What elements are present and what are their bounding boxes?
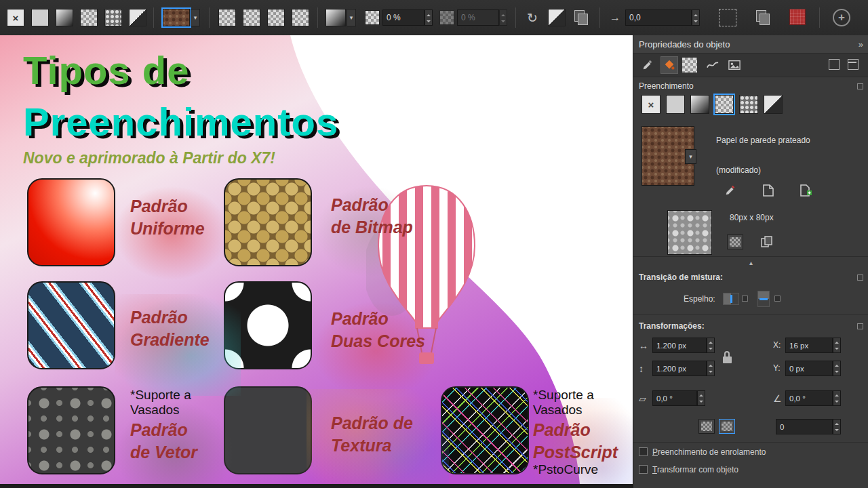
x-offset-spinner[interactable]: [833, 338, 841, 353]
panel-bitmap-pattern-fill-button[interactable]: [739, 95, 758, 114]
label-padrao-bitmap[interactable]: Padrão de Bitmap: [331, 194, 413, 239]
offset-spinner[interactable]: [692, 9, 700, 26]
blend-section-collapse-box[interactable]: [857, 274, 863, 281]
y-offset-field[interactable]: 0 px: [785, 361, 833, 376]
mirror-vertical-checkbox[interactable]: [774, 296, 781, 302]
offset-value-field[interactable]: 0,0: [625, 9, 692, 26]
panel-two-color-fill-button[interactable]: [764, 95, 783, 114]
swatch-texture-fill[interactable]: [224, 386, 312, 474]
swatch-gradient-fill[interactable]: [27, 281, 115, 369]
pattern-preview-dropdown[interactable]: ▾: [685, 149, 696, 164]
label-padrao-duas-cores[interactable]: Padrão Duas Cores: [331, 308, 425, 352]
two-color-pattern-fill-button[interactable]: [129, 9, 146, 26]
tab-transparency[interactable]: [682, 58, 697, 73]
tile-height-spinner[interactable]: [707, 361, 715, 376]
mirror-horizontal-button[interactable]: [723, 293, 739, 305]
fill-picker-swatch[interactable]: [163, 9, 190, 26]
label-padrao-textura[interactable]: Padrão de Textura: [331, 412, 413, 457]
scroll-panel-icon[interactable]: [829, 59, 840, 70]
panel-pattern-fill-button-selected[interactable]: [715, 95, 734, 114]
transparency-target-icon[interactable]: [439, 10, 454, 25]
mirror-label: Espelho:: [684, 294, 715, 304]
outline-transparency-spinner[interactable]: [499, 9, 507, 26]
transparency-value-spinner[interactable]: [425, 9, 433, 26]
row-offset-button[interactable]: [698, 419, 715, 434]
tile-preview-thumbnail[interactable]: [667, 210, 712, 255]
edge-softness-button[interactable]: [548, 9, 566, 26]
pattern-transparency-button[interactable]: [292, 9, 309, 26]
tile-width-spinner[interactable]: [707, 338, 715, 353]
subtitle[interactable]: Novo e aprimorado à Partir do X7!: [23, 149, 275, 167]
transform-section-collapse-box[interactable]: [857, 323, 863, 329]
arrange-tiles-button[interactable]: [572, 9, 590, 26]
curve-icon: [707, 60, 719, 70]
collapse-section-arrow[interactable]: ▴: [749, 259, 753, 266]
uniform-transparency-button[interactable]: [243, 9, 260, 26]
tile-offset-spinner[interactable]: [833, 419, 841, 434]
skew-spinner[interactable]: [697, 390, 705, 406]
lock-ratio-icon[interactable]: [722, 351, 734, 366]
outline-transparency-field[interactable]: 0 %: [457, 9, 499, 26]
rotate-pattern-icon[interactable]: ↻: [524, 9, 541, 26]
label-padrao-postscript[interactable]: Padrão PostScript: [533, 419, 618, 464]
page-title[interactable]: Tipos de Preenchimentos: [23, 45, 338, 148]
transparency-picker-dropdown[interactable]: ▾: [347, 9, 356, 26]
panel-no-fill-button[interactable]: ×: [642, 95, 660, 114]
add-preset-button[interactable]: +: [833, 9, 850, 26]
fill-section-collapse-box[interactable]: [857, 83, 863, 89]
document-plus-icon: [800, 184, 812, 197]
y-offset-spinner[interactable]: [833, 361, 841, 376]
rotate-field[interactable]: 0,0 °: [785, 390, 833, 406]
tab-effects[interactable]: [704, 56, 722, 74]
transform-with-object-checkbox[interactable]: [639, 465, 648, 474]
panel-uniform-fill-button[interactable]: [666, 95, 685, 114]
label-padrao-gradiente[interactable]: Padrão Gradiente: [130, 306, 210, 351]
tab-bitmap[interactable]: [726, 56, 743, 74]
note-pstocurve[interactable]: *PstoCurve: [533, 462, 598, 477]
copy-properties-icon[interactable]: [754, 9, 772, 26]
x-offset-field[interactable]: 16 px: [785, 338, 833, 353]
fountain-transparency-button[interactable]: [267, 9, 285, 26]
transparency-value-field[interactable]: 0 %: [382, 9, 425, 26]
vector-pattern-fill-button[interactable]: [80, 9, 98, 26]
swatch-vector-fill[interactable]: [27, 386, 115, 474]
bitmap-pattern-fill-button[interactable]: [104, 9, 122, 26]
label-padrao-uniforme[interactable]: Padrão Uniforme: [130, 195, 205, 240]
skew-field[interactable]: 0,0 °: [652, 390, 697, 406]
rotate-spinner[interactable]: [833, 390, 841, 406]
marquee-select-icon[interactable]: [719, 9, 736, 26]
wrap-fill-checkbox[interactable]: [639, 447, 648, 456]
mirror-horizontal-checkbox[interactable]: [742, 296, 748, 302]
tile-height-field[interactable]: 1.200 px: [652, 361, 707, 376]
fill-picker-dropdown[interactable]: ▾: [191, 9, 200, 26]
save-fill-button[interactable]: [761, 183, 776, 198]
new-fill-from-button[interactable]: [799, 183, 814, 198]
panel-fountain-fill-button[interactable]: [690, 95, 709, 114]
tile-offset-button[interactable]: [727, 235, 743, 249]
edit-fill-button[interactable]: [723, 183, 738, 198]
tab-fill[interactable]: [660, 56, 678, 74]
uniform-fill-button[interactable]: [31, 9, 49, 26]
transparency-picker-swatch[interactable]: [326, 9, 346, 26]
no-transparency-button[interactable]: [218, 9, 236, 26]
no-fill-button[interactable]: ×: [7, 9, 24, 26]
paint-bucket-icon: [663, 59, 675, 71]
swatch-uniform-fill[interactable]: [27, 178, 115, 266]
docker-options-chevrons[interactable]: »: [859, 39, 863, 49]
tile-copy-button[interactable]: [760, 235, 774, 249]
tile-offset-field[interactable]: 0: [776, 419, 833, 434]
swatch-bitmap-fill[interactable]: [224, 178, 312, 266]
fountain-fill-button[interactable]: [56, 9, 73, 26]
docker-header: Propriedades do objeto »: [633, 35, 868, 54]
edit-fill-icon[interactable]: [789, 9, 806, 25]
tile-width-field[interactable]: 1.200 px: [652, 338, 707, 353]
mirror-vertical-button[interactable]: [757, 291, 770, 307]
panel-options-icon[interactable]: [848, 59, 859, 70]
note-suporte-vasados-1[interactable]: *Suporte a Vasados: [130, 388, 191, 418]
document-canvas[interactable]: Tipos de Preenchimentos Novo e aprimorad…: [0, 35, 633, 484]
note-suporte-vasados-2[interactable]: *Suporte a Vasados: [533, 388, 594, 418]
label-padrao-vetor[interactable]: Padrão de Vetor: [130, 419, 197, 464]
swatch-postscript-fill[interactable]: [441, 386, 529, 474]
tab-outline[interactable]: [639, 56, 656, 74]
column-offset-button[interactable]: [719, 419, 735, 434]
